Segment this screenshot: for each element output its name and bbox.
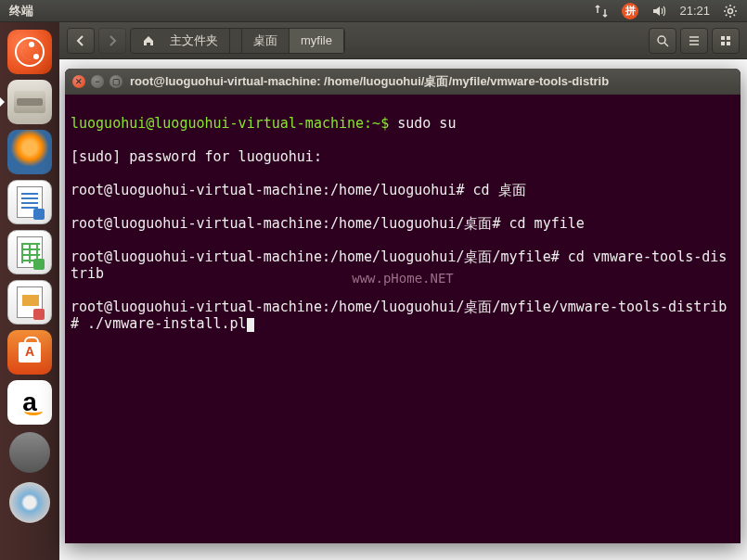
minimize-button[interactable]: −: [91, 75, 104, 88]
system-settings-launcher[interactable]: [7, 430, 52, 475]
prompt-root: root@luoguohui-virtual-machine:/home/luo…: [71, 248, 568, 265]
amazon-launcher[interactable]: a: [7, 380, 52, 425]
terminal-titlebar[interactable]: ✕ − ▢ root@luoguohui-virtual-machine: /h…: [65, 69, 741, 95]
maximize-button[interactable]: ▢: [109, 75, 122, 88]
disc-launcher[interactable]: [7, 480, 52, 525]
libreoffice-writer-launcher[interactable]: [7, 180, 52, 224]
active-app-title: 终端: [0, 3, 43, 19]
dash-button[interactable]: [7, 30, 52, 74]
cursor-icon: [247, 318, 254, 332]
view-grid-button[interactable]: [712, 28, 740, 54]
svg-rect-5: [727, 42, 730, 45]
window-controls: ✕ − ▢: [72, 75, 122, 88]
prompt-root: root@luoguohui-virtual-machine:/home/luo…: [71, 182, 472, 198]
input-method-icon[interactable]: 拼: [622, 3, 638, 19]
watermark-text: www.pHome.NET: [352, 271, 454, 286]
back-button[interactable]: [67, 28, 95, 54]
prompt-root: root@luoguohui-virtual-machine:/home/luo…: [71, 215, 509, 232]
clock[interactable]: 21:21: [679, 4, 710, 18]
breadcrumb-myfile[interactable]: myfile: [290, 29, 344, 53]
svg-rect-4: [721, 42, 725, 45]
network-icon[interactable]: [594, 4, 609, 19]
libreoffice-calc-launcher[interactable]: [7, 230, 52, 274]
prompt-user: luoguohui@luoguohui-virtual-machine:~$: [71, 115, 397, 132]
cmd-text: sudo su: [397, 115, 456, 132]
libreoffice-impress-launcher[interactable]: [7, 280, 52, 325]
files-launcher[interactable]: [7, 80, 52, 124]
path-breadcrumb: 主文件夹 桌面 myfile: [130, 28, 345, 54]
unity-launcher: a: [0, 22, 59, 560]
forward-button[interactable]: [98, 28, 126, 54]
close-button[interactable]: ✕: [72, 75, 85, 88]
output-line: [sudo] password for luoguohui:: [71, 148, 735, 165]
terminal-window: ✕ − ▢ root@luoguohui-virtual-machine: /h…: [65, 69, 741, 543]
svg-rect-2: [721, 36, 725, 40]
cmd-text: cd 桌面: [472, 182, 525, 198]
svg-point-1: [658, 36, 665, 44]
indicator-area: 拼 21:21: [594, 3, 747, 19]
view-list-button[interactable]: [680, 28, 708, 54]
svg-point-0: [728, 8, 733, 13]
terminal-body[interactable]: luoguohui@luoguohui-virtual-machine:~$ s…: [65, 95, 741, 543]
top-panel: 终端 拼 21:21: [0, 0, 747, 22]
firefox-launcher[interactable]: [7, 130, 52, 174]
breadcrumb-home[interactable]: 主文件夹: [131, 29, 242, 53]
gear-icon[interactable]: [723, 4, 738, 19]
sound-icon[interactable]: [651, 4, 666, 19]
file-manager-toolbar: 主文件夹 桌面 myfile: [59, 22, 747, 59]
cmd-text: ./vmware-install.pl: [87, 315, 247, 332]
cmd-text: cd myfile: [509, 215, 585, 232]
home-icon: [142, 34, 155, 47]
svg-rect-3: [727, 36, 730, 40]
ubuntu-software-launcher[interactable]: [7, 330, 52, 375]
search-button[interactable]: [649, 28, 676, 54]
terminal-title: root@luoguohui-virtual-machine: /home/lu…: [130, 73, 609, 90]
breadcrumb-desktop[interactable]: 桌面: [242, 29, 290, 53]
